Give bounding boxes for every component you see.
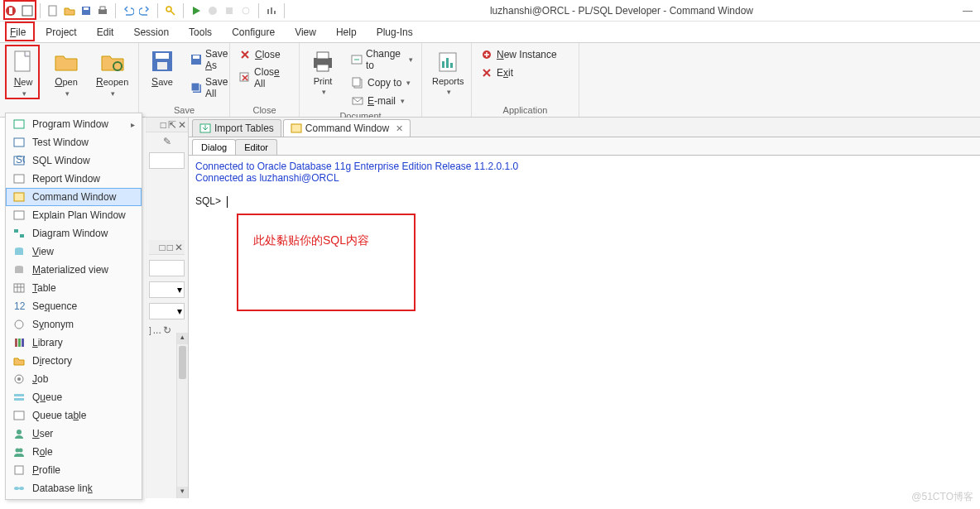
run-icon[interactable] xyxy=(189,3,204,18)
program-window-icon xyxy=(12,118,26,131)
menu-directory[interactable]: Directory xyxy=(6,352,142,370)
svg-point-58 xyxy=(17,430,22,435)
close-button[interactable]: Close xyxy=(235,46,294,63)
menu-user[interactable]: User xyxy=(6,425,142,443)
side-panel-combo[interactable]: ▾ xyxy=(149,281,185,298)
save-icon[interactable] xyxy=(79,3,94,18)
test-window-icon xyxy=(12,136,26,149)
side-panel-slot[interactable] xyxy=(149,152,185,169)
menu-test-window[interactable]: Test Window xyxy=(6,133,142,151)
menu-report-window[interactable]: Report Window xyxy=(6,170,142,188)
menu-table[interactable]: Table xyxy=(6,279,142,297)
open-folder-icon xyxy=(53,48,79,74)
menu-view[interactable]: View xyxy=(6,242,142,261)
menu-sequence[interactable]: 123Sequence xyxy=(6,297,142,315)
open-folder-icon[interactable] xyxy=(62,3,77,18)
print-button[interactable]: Print ▾ xyxy=(305,46,341,98)
menu-diagram-window[interactable]: Diagram Window xyxy=(6,224,142,242)
subtab-editor[interactable]: Editor xyxy=(235,139,277,155)
tab-command-window[interactable]: Command Window ✕ xyxy=(283,119,411,137)
menu-materialized-view[interactable]: Materialized view xyxy=(6,261,142,279)
menu-queue[interactable]: Queue xyxy=(6,388,142,406)
scroll-thumb[interactable] xyxy=(179,346,186,379)
email-button[interactable]: E-mail▾ xyxy=(348,93,416,109)
menu-tools[interactable]: Tools xyxy=(179,23,222,41)
save-as-button[interactable]: Save As xyxy=(187,46,233,73)
svg-rect-57 xyxy=(14,411,24,420)
tab-close-button[interactable]: ✕ xyxy=(396,123,403,134)
side-panel-input[interactable] xyxy=(149,260,185,276)
settings-icon[interactable] xyxy=(264,3,279,18)
new-button[interactable]: New ▾ xyxy=(5,46,41,99)
menu-role[interactable]: Role xyxy=(6,443,142,461)
save-all-button[interactable]: Save All xyxy=(187,74,233,101)
save-disk-icon xyxy=(149,48,175,74)
ribbon-group-close-label: Close xyxy=(235,103,294,115)
annotation-paste-text: 此处黏贴你的SQL内容 xyxy=(253,233,369,248)
side-panel-header[interactable]: □⇱✕ xyxy=(146,118,188,132)
minimize-button[interactable]: — xyxy=(955,5,980,17)
gear-icon[interactable] xyxy=(238,3,253,18)
subtab-dialog[interactable]: Dialog xyxy=(192,139,236,155)
stop-icon[interactable] xyxy=(222,3,237,18)
side-scrollbar[interactable]: ▴ ▾ xyxy=(176,333,188,498)
reports-button[interactable]: Reports ▾ xyxy=(427,46,469,98)
scroll-down-icon[interactable]: ▾ xyxy=(177,487,188,498)
menu-queue-table[interactable]: Queue table xyxy=(6,406,142,425)
menu-sql-window[interactable]: SQLSQL Window xyxy=(6,151,142,170)
print-icon[interactable] xyxy=(95,3,110,18)
svg-rect-7 xyxy=(100,7,105,10)
db-link-icon xyxy=(12,482,26,495)
menu-database-link[interactable]: Database link xyxy=(6,479,142,497)
svg-rect-47 xyxy=(14,284,24,292)
undo-icon[interactable] xyxy=(121,3,136,18)
menu-session[interactable]: Session xyxy=(123,23,179,41)
tab-import-tables[interactable]: Import Tables xyxy=(192,119,281,137)
svg-rect-10 xyxy=(226,7,233,14)
text-cursor xyxy=(227,196,228,208)
side-panel-header2[interactable]: □□✕ xyxy=(149,240,185,255)
svg-rect-24 xyxy=(317,65,329,71)
menu-project[interactable]: Project xyxy=(36,23,86,41)
print-icon xyxy=(310,48,336,74)
magic-wand-icon[interactable]: ✎ xyxy=(149,136,185,147)
close-all-button[interactable]: Close All xyxy=(235,65,294,91)
scroll-up-icon[interactable]: ▴ xyxy=(177,333,188,344)
chevron-right-icon: ▸ xyxy=(131,120,135,129)
exit-button[interactable]: Exit xyxy=(477,65,560,81)
command-editor[interactable]: Connected to Oracle Database 11g Enterpr… xyxy=(189,156,980,509)
new-file-icon xyxy=(10,48,36,74)
side-panel-combo2[interactable]: ▾ xyxy=(149,303,185,319)
command-window-icon xyxy=(12,190,26,204)
change-to-icon xyxy=(351,53,363,66)
svg-rect-18 xyxy=(193,55,199,59)
menu-edit[interactable]: Edit xyxy=(87,23,124,41)
redo-icon[interactable] xyxy=(137,3,152,18)
change-to-button[interactable]: Change to▾ xyxy=(348,46,416,73)
new-doc-icon[interactable] xyxy=(46,3,60,18)
menu-program-window[interactable]: Program Window▸ xyxy=(6,115,142,133)
menu-view[interactable]: View xyxy=(285,23,326,41)
debug-icon[interactable] xyxy=(205,3,220,18)
menu-file[interactable]: FFileile xyxy=(0,23,36,41)
copy-to-button[interactable]: Copy to▾ xyxy=(348,74,416,91)
menu-configure[interactable]: Configure xyxy=(222,23,285,41)
menu-library[interactable]: Library xyxy=(6,334,142,352)
menu-synonym[interactable]: Synonym xyxy=(6,315,142,334)
key-icon[interactable] xyxy=(163,3,178,18)
menu-help[interactable]: Help xyxy=(326,23,367,41)
new-instance-button[interactable]: New Instance xyxy=(477,46,560,63)
menu-explain-plan-window[interactable]: Explain Plan Window xyxy=(6,206,142,224)
svg-rect-20 xyxy=(191,83,199,91)
app-logo-icon xyxy=(3,3,18,18)
menu-profile[interactable]: Profile xyxy=(6,461,142,479)
open-button[interactable]: Open ▾ xyxy=(48,46,84,99)
menu-command-window[interactable]: Command Window xyxy=(6,188,142,206)
menu-plugins[interactable]: Plug-Ins xyxy=(367,23,423,41)
save-button[interactable]: Save xyxy=(144,46,180,89)
reopen-button[interactable]: Reopen ▾ xyxy=(91,46,133,99)
refresh-icon[interactable]: ↻ xyxy=(163,324,171,336)
menu-job[interactable]: Job xyxy=(6,370,142,388)
report-window-icon xyxy=(12,172,26,185)
checkbox-icon[interactable] xyxy=(20,3,35,18)
